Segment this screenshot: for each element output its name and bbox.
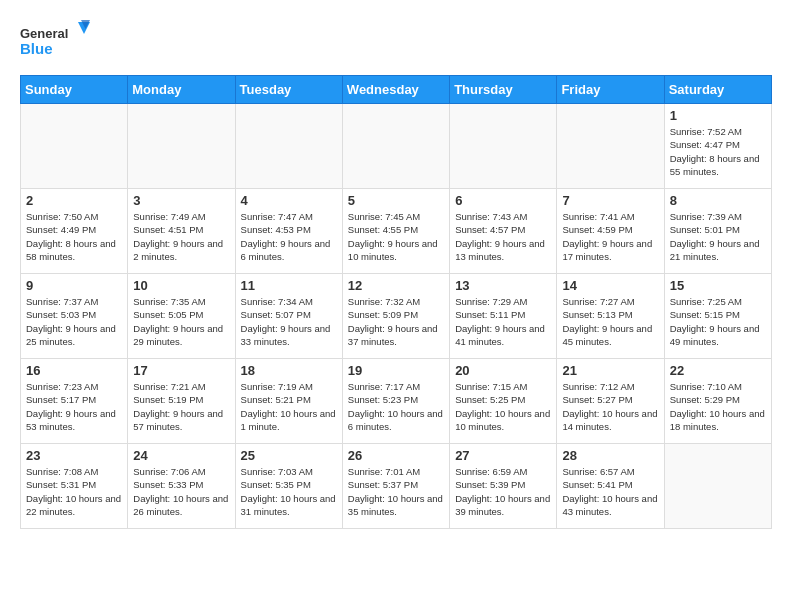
day-info: Sunrise: 7:47 AM Sunset: 4:53 PM Dayligh… <box>241 210 337 263</box>
day-number: 22 <box>670 363 766 378</box>
calendar-cell: 16Sunrise: 7:23 AM Sunset: 5:17 PM Dayli… <box>21 359 128 444</box>
calendar-cell <box>21 104 128 189</box>
calendar-cell: 8Sunrise: 7:39 AM Sunset: 5:01 PM Daylig… <box>664 189 771 274</box>
day-info: Sunrise: 7:49 AM Sunset: 4:51 PM Dayligh… <box>133 210 229 263</box>
day-info: Sunrise: 7:37 AM Sunset: 5:03 PM Dayligh… <box>26 295 122 348</box>
day-number: 10 <box>133 278 229 293</box>
calendar-cell: 19Sunrise: 7:17 AM Sunset: 5:23 PM Dayli… <box>342 359 449 444</box>
day-number: 26 <box>348 448 444 463</box>
day-number: 27 <box>455 448 551 463</box>
day-number: 4 <box>241 193 337 208</box>
day-number: 5 <box>348 193 444 208</box>
calendar-cell: 1Sunrise: 7:52 AM Sunset: 4:47 PM Daylig… <box>664 104 771 189</box>
day-number: 6 <box>455 193 551 208</box>
day-number: 12 <box>348 278 444 293</box>
calendar-cell: 27Sunrise: 6:59 AM Sunset: 5:39 PM Dayli… <box>450 444 557 529</box>
calendar-table: SundayMondayTuesdayWednesdayThursdayFrid… <box>20 75 772 529</box>
calendar-cell: 20Sunrise: 7:15 AM Sunset: 5:25 PM Dayli… <box>450 359 557 444</box>
day-info: Sunrise: 7:17 AM Sunset: 5:23 PM Dayligh… <box>348 380 444 433</box>
calendar-cell: 3Sunrise: 7:49 AM Sunset: 4:51 PM Daylig… <box>128 189 235 274</box>
day-number: 8 <box>670 193 766 208</box>
day-number: 14 <box>562 278 658 293</box>
day-info: Sunrise: 6:57 AM Sunset: 5:41 PM Dayligh… <box>562 465 658 518</box>
calendar-cell: 26Sunrise: 7:01 AM Sunset: 5:37 PM Dayli… <box>342 444 449 529</box>
calendar-cell: 17Sunrise: 7:21 AM Sunset: 5:19 PM Dayli… <box>128 359 235 444</box>
day-info: Sunrise: 7:15 AM Sunset: 5:25 PM Dayligh… <box>455 380 551 433</box>
day-info: Sunrise: 7:23 AM Sunset: 5:17 PM Dayligh… <box>26 380 122 433</box>
day-info: Sunrise: 6:59 AM Sunset: 5:39 PM Dayligh… <box>455 465 551 518</box>
day-info: Sunrise: 7:41 AM Sunset: 4:59 PM Dayligh… <box>562 210 658 263</box>
day-number: 16 <box>26 363 122 378</box>
week-row-3: 16Sunrise: 7:23 AM Sunset: 5:17 PM Dayli… <box>21 359 772 444</box>
calendar-cell: 21Sunrise: 7:12 AM Sunset: 5:27 PM Dayli… <box>557 359 664 444</box>
header-thursday: Thursday <box>450 76 557 104</box>
calendar-cell <box>235 104 342 189</box>
day-info: Sunrise: 7:08 AM Sunset: 5:31 PM Dayligh… <box>26 465 122 518</box>
day-info: Sunrise: 7:21 AM Sunset: 5:19 PM Dayligh… <box>133 380 229 433</box>
day-number: 19 <box>348 363 444 378</box>
calendar-cell: 18Sunrise: 7:19 AM Sunset: 5:21 PM Dayli… <box>235 359 342 444</box>
calendar-cell: 24Sunrise: 7:06 AM Sunset: 5:33 PM Dayli… <box>128 444 235 529</box>
calendar-cell: 22Sunrise: 7:10 AM Sunset: 5:29 PM Dayli… <box>664 359 771 444</box>
logo-svg: General Blue <box>20 20 90 65</box>
calendar-cell: 6Sunrise: 7:43 AM Sunset: 4:57 PM Daylig… <box>450 189 557 274</box>
week-row-2: 9Sunrise: 7:37 AM Sunset: 5:03 PM Daylig… <box>21 274 772 359</box>
svg-text:Blue: Blue <box>20 40 53 57</box>
calendar-cell: 2Sunrise: 7:50 AM Sunset: 4:49 PM Daylig… <box>21 189 128 274</box>
calendar-cell: 7Sunrise: 7:41 AM Sunset: 4:59 PM Daylig… <box>557 189 664 274</box>
calendar-cell: 15Sunrise: 7:25 AM Sunset: 5:15 PM Dayli… <box>664 274 771 359</box>
header-sunday: Sunday <box>21 76 128 104</box>
day-number: 7 <box>562 193 658 208</box>
day-info: Sunrise: 7:12 AM Sunset: 5:27 PM Dayligh… <box>562 380 658 433</box>
calendar-cell: 11Sunrise: 7:34 AM Sunset: 5:07 PM Dayli… <box>235 274 342 359</box>
day-number: 28 <box>562 448 658 463</box>
day-number: 13 <box>455 278 551 293</box>
calendar-cell: 23Sunrise: 7:08 AM Sunset: 5:31 PM Dayli… <box>21 444 128 529</box>
header-row: SundayMondayTuesdayWednesdayThursdayFrid… <box>21 76 772 104</box>
day-number: 15 <box>670 278 766 293</box>
week-row-0: 1Sunrise: 7:52 AM Sunset: 4:47 PM Daylig… <box>21 104 772 189</box>
day-info: Sunrise: 7:35 AM Sunset: 5:05 PM Dayligh… <box>133 295 229 348</box>
day-number: 24 <box>133 448 229 463</box>
day-number: 1 <box>670 108 766 123</box>
day-info: Sunrise: 7:19 AM Sunset: 5:21 PM Dayligh… <box>241 380 337 433</box>
day-info: Sunrise: 7:10 AM Sunset: 5:29 PM Dayligh… <box>670 380 766 433</box>
day-number: 23 <box>26 448 122 463</box>
week-row-1: 2Sunrise: 7:50 AM Sunset: 4:49 PM Daylig… <box>21 189 772 274</box>
day-number: 17 <box>133 363 229 378</box>
day-info: Sunrise: 7:03 AM Sunset: 5:35 PM Dayligh… <box>241 465 337 518</box>
day-info: Sunrise: 7:32 AM Sunset: 5:09 PM Dayligh… <box>348 295 444 348</box>
calendar-cell: 10Sunrise: 7:35 AM Sunset: 5:05 PM Dayli… <box>128 274 235 359</box>
day-number: 25 <box>241 448 337 463</box>
day-number: 11 <box>241 278 337 293</box>
calendar-cell <box>450 104 557 189</box>
calendar-cell <box>557 104 664 189</box>
calendar-cell: 14Sunrise: 7:27 AM Sunset: 5:13 PM Dayli… <box>557 274 664 359</box>
header-saturday: Saturday <box>664 76 771 104</box>
calendar-cell: 28Sunrise: 6:57 AM Sunset: 5:41 PM Dayli… <box>557 444 664 529</box>
day-number: 20 <box>455 363 551 378</box>
day-info: Sunrise: 7:34 AM Sunset: 5:07 PM Dayligh… <box>241 295 337 348</box>
day-number: 21 <box>562 363 658 378</box>
day-info: Sunrise: 7:27 AM Sunset: 5:13 PM Dayligh… <box>562 295 658 348</box>
day-info: Sunrise: 7:52 AM Sunset: 4:47 PM Dayligh… <box>670 125 766 178</box>
day-number: 18 <box>241 363 337 378</box>
calendar-cell: 4Sunrise: 7:47 AM Sunset: 4:53 PM Daylig… <box>235 189 342 274</box>
page-header: General Blue <box>20 20 772 65</box>
svg-text:General: General <box>20 26 68 41</box>
calendar-cell <box>664 444 771 529</box>
day-info: Sunrise: 7:01 AM Sunset: 5:37 PM Dayligh… <box>348 465 444 518</box>
day-info: Sunrise: 7:06 AM Sunset: 5:33 PM Dayligh… <box>133 465 229 518</box>
day-info: Sunrise: 7:29 AM Sunset: 5:11 PM Dayligh… <box>455 295 551 348</box>
calendar-cell: 5Sunrise: 7:45 AM Sunset: 4:55 PM Daylig… <box>342 189 449 274</box>
calendar-cell: 12Sunrise: 7:32 AM Sunset: 5:09 PM Dayli… <box>342 274 449 359</box>
calendar-cell: 13Sunrise: 7:29 AM Sunset: 5:11 PM Dayli… <box>450 274 557 359</box>
day-info: Sunrise: 7:45 AM Sunset: 4:55 PM Dayligh… <box>348 210 444 263</box>
day-info: Sunrise: 7:43 AM Sunset: 4:57 PM Dayligh… <box>455 210 551 263</box>
header-monday: Monday <box>128 76 235 104</box>
header-friday: Friday <box>557 76 664 104</box>
header-wednesday: Wednesday <box>342 76 449 104</box>
day-info: Sunrise: 7:39 AM Sunset: 5:01 PM Dayligh… <box>670 210 766 263</box>
day-info: Sunrise: 7:50 AM Sunset: 4:49 PM Dayligh… <box>26 210 122 263</box>
day-number: 3 <box>133 193 229 208</box>
